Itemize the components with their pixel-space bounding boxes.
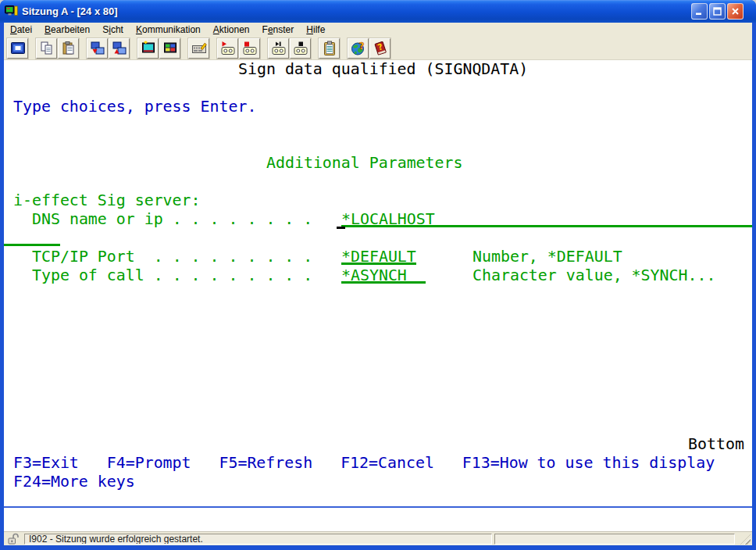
param-hint-type: Character value, *SYNCH... xyxy=(472,266,715,285)
param-label-port: TCP/IP Port . . . . . . . . . xyxy=(32,248,312,266)
send-file-button[interactable] xyxy=(87,38,108,59)
menu-aktionen[interactable]: Aktionen xyxy=(207,23,256,36)
resize-grip[interactable] xyxy=(740,534,751,545)
status-message: I902 - Sitzung wurde erfolgreich gestart… xyxy=(29,534,203,545)
param-label-dns: DNS name or ip . . . . . . . . xyxy=(32,210,312,229)
pagination-indicator: Bottom xyxy=(688,435,744,454)
titlebar[interactable]: Sitzung A - [24 x 80] xyxy=(0,0,756,23)
instruction-line: Type choices, press Enter. xyxy=(13,98,256,116)
menu-bearbeiten[interactable]: Bearbeiten xyxy=(38,23,96,36)
stop-macro-icon xyxy=(293,41,308,56)
menu-sicht[interactable]: Sicht xyxy=(96,23,130,36)
record-macro-icon xyxy=(220,41,236,56)
param-hint-port: Number, *DEFAULT xyxy=(472,248,622,266)
menu-hilfe[interactable]: Hilfe xyxy=(300,23,331,36)
paste-button[interactable] xyxy=(58,38,79,59)
color-setup-button[interactable] xyxy=(159,38,180,59)
text-cursor xyxy=(337,227,345,229)
maximize-button[interactable] xyxy=(709,3,726,20)
jump-next-session-button[interactable] xyxy=(7,38,28,59)
color-setup-icon xyxy=(162,41,178,56)
connection-status-icon xyxy=(6,533,22,545)
clipboard-icon xyxy=(322,41,337,56)
keyboard-setup-button[interactable] xyxy=(188,38,209,59)
section-header: Additional Parameters xyxy=(266,154,462,173)
tcpip-port-field[interactable]: *DEFAULT xyxy=(341,248,416,266)
minimize-button[interactable] xyxy=(691,3,708,20)
window-title: Sitzung A - [24 x 80] xyxy=(22,5,691,17)
svg-text:?: ? xyxy=(358,41,364,52)
clipboard-button[interactable] xyxy=(319,38,340,59)
receive-file-button[interactable] xyxy=(109,38,130,59)
application-window: Sitzung A - [24 x 80] DateiBearbeitenSic… xyxy=(0,0,756,550)
close-icon xyxy=(731,7,740,16)
send-file-icon xyxy=(90,41,105,56)
web-support-button[interactable]: ? xyxy=(348,38,369,59)
play-macro-button[interactable] xyxy=(268,38,289,59)
status-message-panel: I902 - Sitzung wurde erfolgreich gestart… xyxy=(24,534,492,545)
statusbar: I902 - Sitzung wurde erfolgreich gestart… xyxy=(4,531,752,545)
display-setup-button[interactable] xyxy=(137,38,159,59)
toolbar: ?? xyxy=(4,37,752,60)
web-support-icon: ? xyxy=(351,41,366,56)
terminal-screen[interactable]: Sign data qualified (SIGNQDATA)Type choi… xyxy=(4,60,752,506)
stop-record-macro-button[interactable] xyxy=(239,38,260,59)
window-bottom-border xyxy=(0,545,756,550)
dns-name-field[interactable]: *LOCALHOST xyxy=(341,210,435,229)
client-area-gap xyxy=(4,508,752,531)
help-button[interactable]: ? xyxy=(369,38,390,59)
screen-title: Sign data qualified (SIGNQDATA) xyxy=(238,60,528,79)
stop-record-macro-icon xyxy=(242,41,258,56)
type-of-call-field[interactable]: *ASYNCH xyxy=(341,266,407,285)
copy-icon xyxy=(39,41,55,56)
jump-next-session-icon xyxy=(10,41,26,56)
function-keys-line-2: F24=More keys xyxy=(13,473,135,491)
close-button[interactable] xyxy=(727,3,744,20)
receive-file-icon xyxy=(112,41,127,56)
keyboard-setup-icon xyxy=(191,41,207,56)
status-secondary-panel xyxy=(494,534,735,545)
menu-fenster[interactable]: Fenster xyxy=(256,23,301,36)
help-icon: ? xyxy=(373,41,388,56)
function-keys-line-1: F3=Exit F4=Prompt F5=Refresh F12=Cancel … xyxy=(13,454,715,473)
dns-name-field-continuation-underline xyxy=(4,244,60,246)
param-group-label: i-effect Sig server: xyxy=(13,191,201,210)
maximize-icon xyxy=(713,7,722,16)
paste-icon xyxy=(61,41,77,56)
display-setup-icon xyxy=(141,41,156,56)
param-label-type: Type of call . . . . . . . . . xyxy=(32,266,312,285)
record-macro-button[interactable] xyxy=(217,38,238,59)
menubar: DateiBearbeitenSichtKommunikationAktione… xyxy=(4,23,752,37)
menu-datei[interactable]: Datei xyxy=(4,23,38,36)
stop-macro-button[interactable] xyxy=(290,38,311,59)
session-app-icon xyxy=(5,5,18,18)
minimize-icon xyxy=(695,7,704,16)
statusbar-grip-area xyxy=(735,532,752,545)
menu-kommunikation[interactable]: Kommunikation xyxy=(130,23,207,36)
copy-button[interactable] xyxy=(36,38,57,59)
play-macro-icon xyxy=(271,41,287,56)
